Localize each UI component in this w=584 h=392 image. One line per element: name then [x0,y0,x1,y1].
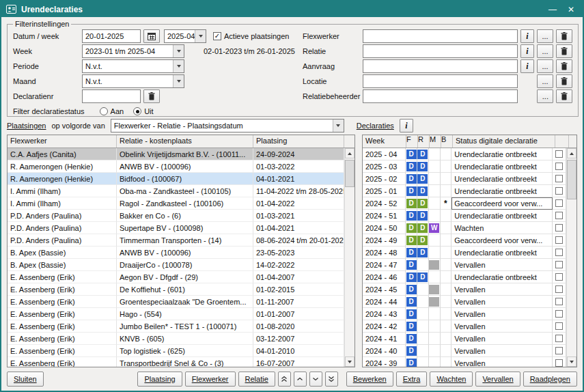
aanvraag-delete-button[interactable] [556,59,572,73]
last-record-button[interactable] [325,372,338,387]
previous-record-button[interactable] [294,372,307,387]
scrollbar-thumb[interactable] [567,160,576,199]
declaratienr-delete-button[interactable] [143,89,160,103]
declaratie-row[interactable]: 2024 - 41DVervallen [363,333,566,345]
scroll-up-button[interactable] [345,148,354,158]
declaratie-row[interactable]: 2024 - 46DDUrendeclaratie ontbreekt [363,271,566,283]
vervallen-button[interactable]: Vervallen [475,372,520,387]
plaatsing-row[interactable]: E. Assenberg (Erik)Jumbo Beilen* - TEST … [8,320,344,333]
declaratie-checkbox[interactable] [555,335,563,342]
column-header[interactable]: Flexwerker [8,135,117,148]
relatiebeheerder-input[interactable] [363,89,518,103]
plaatsing-row[interactable]: R. Aamerongen (Henkie)ANWB BV - (100096)… [8,160,344,173]
minimize-button[interactable]: — [546,5,559,14]
periode-select[interactable]: N.v.t. [82,59,184,73]
close-button[interactable]: ✕ [564,5,578,14]
locatie-input[interactable] [363,74,518,88]
declaratie-row[interactable]: 2024 - 45DVervallen [363,283,566,296]
aanvraag-info-button[interactable]: i [520,59,534,73]
declaratie-row[interactable]: 2024 - 48DDUrendeclaratie ontbreekt [363,247,566,259]
declaraties-scrollbar[interactable] [566,148,576,367]
relatie-browse-button[interactable]: ... [537,44,553,58]
plaatsing-row[interactable]: C.A. Aafjes (Canita)Obelink Vrijetijdsma… [8,148,344,160]
locatie-delete-button[interactable] [556,74,572,88]
declaratie-checkbox[interactable] [555,224,563,232]
extra-button[interactable]: Extra [396,372,428,387]
status-aan-radio[interactable] [100,107,108,115]
declaratie-checkbox[interactable] [555,249,563,256]
column-header[interactable]: Plaatsing [253,135,344,148]
declaratie-checkbox[interactable] [555,150,563,158]
declaratie-row[interactable]: 2025 - 01DDUrendeclaratie ontbreekt [363,185,566,197]
plaatsing-row[interactable]: E. Assenberg (Erik)KNVB - (605)03-12-200… [8,333,344,345]
plaatsing-row[interactable]: P.D. Anders (Paulina)Supertape BV - (100… [8,222,344,234]
scroll-down-button[interactable] [345,356,354,367]
scrollbar-thumb[interactable] [345,160,354,187]
locatie-browse-button[interactable]: ... [537,74,553,88]
column-header[interactable]: F [406,135,418,148]
aanvraag-input[interactable] [363,59,518,73]
relatie-input[interactable] [363,44,518,58]
column-header[interactable] [555,135,569,148]
flexwerker-browse-button[interactable]: ... [537,29,553,43]
declaratie-row[interactable]: 2024 - 43DVervallen [363,308,566,320]
declaratie-checkbox[interactable] [555,261,563,268]
plaatsingen-scrollbar[interactable] [344,148,354,367]
plaatsing-row[interactable]: E. Assenberg (Erik)De Koffiehut - (601)0… [8,283,344,296]
declaratie-checkbox[interactable] [555,175,563,182]
next-record-button[interactable] [309,372,322,387]
declaratie-checkbox[interactable] [555,359,563,367]
declaratie-checkbox[interactable] [555,236,563,244]
raadplegen-button[interactable]: Raadplegen [523,372,577,387]
relatiebeheerder-delete-button[interactable] [556,89,572,103]
plaatsing-row[interactable]: I. Ammi (Ilham)Oba-ma - Zandkasteel - (1… [8,185,344,197]
declaratie-checkbox[interactable] [555,310,563,318]
week-select[interactable]: 2023-01 t/m 2025-04 [82,44,184,58]
declaratie-row[interactable]: 2024 - 51DDUrendeclaratie ontbreekt [363,210,566,222]
datum-week-select[interactable]: 2025-04 [164,29,206,43]
plaatsing-row[interactable]: P.D. Anders (Paulina)Bakker en Co - (6)0… [8,210,344,222]
scrollbar-track[interactable] [345,158,354,356]
first-record-button[interactable] [278,372,291,387]
plaatsing-button[interactable]: Plaatsing [137,372,182,387]
status-uit-radio[interactable] [133,107,141,115]
actieve-plaatsingen-checkbox[interactable]: ✓ [213,32,221,40]
plaatsing-row[interactable]: P.D. Anders (Paulina)Timmerman Transport… [8,234,344,247]
scrollbar-track[interactable] [567,158,576,356]
column-header[interactable]: R [418,135,430,148]
column-header[interactable]: Relatie - kostenplaats [117,135,253,148]
column-header[interactable]: M [430,135,441,148]
declaratie-row[interactable]: 2025 - 04DDUrendeclaratie ontbreekt [363,148,566,160]
declaraties-tab[interactable]: Declaraties [357,122,394,130]
declaratie-checkbox[interactable] [555,285,563,293]
scroll-down-button[interactable] [567,356,576,367]
declaratie-row[interactable]: 2025 - 02DDUrendeclaratie ontbreekt [363,173,566,185]
column-header[interactable]: Week [363,135,406,148]
declaratienr-input[interactable] [82,89,141,103]
flexwerker-info-button[interactable]: i [520,29,534,43]
bewerken-button[interactable]: Bewerken [346,372,393,387]
datum-input[interactable] [82,29,141,43]
declaratie-row[interactable]: 2025 - 03DDUrendeclaratie ontbreekt [363,160,566,173]
plaatsing-row[interactable]: R. Aamerongen (Henkie)Bidfood - (100067)… [8,173,344,185]
declaratie-checkbox[interactable] [555,322,563,330]
plaatsing-row[interactable]: E. Assenberg (Erik)Transportbedrijf Snel… [8,357,344,367]
declaratie-row[interactable]: 2024 - 42DVervallen [363,320,566,333]
relatiebeheerder-browse-button[interactable]: ... [537,89,553,103]
declaratie-row[interactable]: 2024 - 40DVervallen [363,345,566,357]
flexwerker-delete-button[interactable] [556,29,572,43]
column-header[interactable]: Status digitale declaratie [453,135,555,148]
sluiten-button[interactable]: Sluiten [7,372,44,387]
declaraties-info-button[interactable]: i [400,119,413,132]
plaatsing-row[interactable]: B. Apex (Bassie)ANWB BV - (100096)23-05-… [8,247,344,259]
declaratie-checkbox[interactable] [555,187,563,195]
relatie-button[interactable]: Relatie [238,372,275,387]
column-header[interactable]: B [441,135,453,148]
declaratie-checkbox[interactable] [555,298,563,305]
plaatsing-row[interactable]: E. Assenberg (Erik)Top logistiek - (625)… [8,345,344,357]
flexwerker-button[interactable]: Flexwerker [185,372,236,387]
plaatsing-row[interactable]: I. Ammi (Ilham)Ragol - Zandkasteel - (10… [8,197,344,210]
plaatsing-row[interactable]: B. Apex (Bassie)DraaijerCo - (100078)14-… [8,259,344,271]
maand-select[interactable]: N.v.t. [82,74,184,88]
plaatsing-row[interactable]: E. Assenberg (Erik)Aegon BV - Dfgdf - (2… [8,271,344,283]
